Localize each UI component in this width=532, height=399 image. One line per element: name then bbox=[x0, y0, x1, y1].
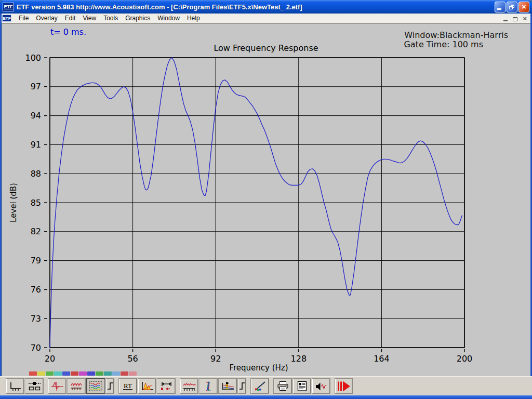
y-tick-label: 85 bbox=[31, 198, 41, 208]
palette-swatch bbox=[96, 371, 103, 376]
step-response-button[interactable] bbox=[105, 378, 114, 394]
mdi-restore-icon[interactable] bbox=[513, 17, 517, 21]
display-options-button[interactable] bbox=[25, 378, 44, 394]
low-frequency-response-button[interactable] bbox=[86, 378, 105, 394]
y-axis-label: Level (dB) bbox=[9, 183, 18, 222]
palette-swatch bbox=[104, 371, 112, 376]
menu-item-window[interactable]: Window bbox=[154, 14, 183, 22]
menu-item-overlay[interactable]: Overlay bbox=[33, 14, 60, 22]
gate-arrows-icon bbox=[157, 379, 175, 393]
palette-swatch bbox=[46, 371, 54, 376]
toolbar-separator bbox=[270, 377, 273, 395]
time-cursor-label: t= 0 ms. bbox=[50, 27, 86, 37]
phase-response-button[interactable] bbox=[199, 378, 218, 394]
app-icon[interactable]: ETF bbox=[3, 3, 14, 11]
y-tick-label: 91 bbox=[31, 140, 41, 150]
palette-swatch bbox=[71, 371, 78, 376]
toolbar-separator bbox=[176, 377, 180, 395]
axes-view-button[interactable] bbox=[6, 378, 24, 394]
palette-swatch bbox=[112, 371, 120, 376]
palette-swatch bbox=[29, 371, 37, 376]
gate-time-label: Gate Time: 100 ms bbox=[404, 39, 483, 49]
y-tick-label: 97 bbox=[31, 82, 41, 91]
palette-swatch bbox=[121, 371, 128, 376]
window-controls: × bbox=[495, 2, 529, 12]
palette-swatch bbox=[62, 371, 70, 376]
y-tick-label: 88 bbox=[31, 169, 41, 179]
graph-settings-button[interactable] bbox=[250, 378, 269, 394]
y-tick-label: 82 bbox=[31, 227, 41, 236]
x-tick-label: 164 bbox=[374, 354, 390, 364]
step-corner-icon bbox=[238, 379, 246, 393]
energy-decay-button[interactable] bbox=[138, 378, 156, 394]
printer-icon bbox=[274, 379, 291, 393]
notes-button[interactable] bbox=[292, 378, 311, 394]
chart-client-area: 20569212816420070737679828588919497100Lo… bbox=[2, 23, 530, 376]
signal-audio-button[interactable] bbox=[312, 378, 330, 394]
palette-swatch bbox=[79, 371, 87, 376]
impulse-response-button[interactable] bbox=[48, 378, 66, 394]
mdi-minimize-icon[interactable] bbox=[503, 20, 508, 21]
window-title: ETF version 5.983 http://www.Acoustisoft… bbox=[17, 3, 491, 11]
restore-button[interactable] bbox=[507, 2, 517, 12]
rt-text-icon: RT bbox=[123, 382, 132, 390]
step-corner-icon bbox=[106, 379, 114, 393]
x-axis-label: Frequency (Hz) bbox=[229, 363, 288, 373]
phase-waves-icon bbox=[200, 379, 217, 393]
gate-time-button[interactable] bbox=[157, 378, 176, 394]
distortion-button[interactable] bbox=[218, 378, 237, 394]
noisy-line-icon bbox=[180, 379, 198, 393]
menu-item-tools[interactable]: Tools bbox=[100, 14, 121, 22]
toolbar-separator bbox=[247, 377, 250, 395]
palette-swatch bbox=[87, 371, 95, 376]
impulse-icon bbox=[48, 379, 66, 393]
window-function-label: Window:Blackman-Harris bbox=[404, 30, 508, 40]
y-tick-label: 70 bbox=[31, 343, 41, 353]
palette-swatch bbox=[37, 371, 45, 376]
close-button[interactable]: × bbox=[518, 2, 529, 12]
title-bar: ETF ETF version 5.983 http://www.Acousti… bbox=[0, 0, 532, 14]
menu-item-edit[interactable]: Edit bbox=[62, 14, 79, 22]
run-measurement-button[interactable] bbox=[335, 378, 353, 394]
mdi-close-icon[interactable]: × bbox=[523, 15, 527, 22]
toolbar-separator bbox=[115, 377, 118, 395]
multi-waves-icon bbox=[87, 379, 104, 393]
close-icon: × bbox=[522, 3, 526, 10]
play-icon bbox=[335, 379, 352, 393]
reverb-time-button[interactable]: RT bbox=[118, 378, 137, 394]
x-tick-label: 56 bbox=[127, 354, 138, 364]
x-tick-label: 200 bbox=[457, 354, 473, 364]
menu-bar: ETF FileOverlayEditViewToolsGraphicsWind… bbox=[0, 14, 532, 23]
frequency-response-button[interactable] bbox=[67, 378, 86, 394]
distortion-icon bbox=[219, 379, 236, 393]
sliders-icon bbox=[25, 379, 43, 393]
y-tick-label: 100 bbox=[25, 53, 41, 63]
document-icon-menu[interactable]: ETF bbox=[2, 15, 11, 22]
y-tick-label: 73 bbox=[31, 314, 41, 324]
speaker-wave-icon bbox=[312, 379, 330, 393]
y-tick-label: 79 bbox=[31, 256, 41, 265]
minimize-icon bbox=[497, 8, 501, 10]
minimize-button[interactable] bbox=[495, 2, 506, 12]
axes-icon bbox=[6, 379, 24, 393]
print-button[interactable] bbox=[273, 378, 292, 394]
app-window: ETF ETF version 5.983 http://www.Acousti… bbox=[0, 0, 532, 399]
mdi-window-controls: × bbox=[503, 15, 527, 22]
periodic-waves-icon bbox=[68, 379, 85, 393]
toolbar-separator bbox=[44, 377, 48, 395]
y-tick-label: 76 bbox=[31, 285, 41, 295]
menu-item-help[interactable]: Help bbox=[184, 14, 203, 22]
menu-items: FileOverlayEditViewToolsGraphicsWindowHe… bbox=[16, 14, 204, 22]
smoothed-response-button[interactable] bbox=[180, 378, 198, 394]
menu-item-view[interactable]: View bbox=[79, 14, 99, 22]
chart-title: Low Frequency Response bbox=[214, 43, 318, 53]
x-tick-label: 20 bbox=[45, 354, 55, 364]
document-icon bbox=[293, 379, 311, 393]
x-tick-label: 128 bbox=[291, 354, 307, 364]
step-response-alt-button[interactable] bbox=[237, 378, 246, 394]
low-frequency-response-chart[interactable]: 20569212816420070737679828588919497100Lo… bbox=[3, 24, 529, 377]
y-tick-label: 94 bbox=[31, 111, 41, 121]
menu-item-graphics[interactable]: Graphics bbox=[122, 14, 153, 22]
x-tick-label: 92 bbox=[210, 354, 221, 364]
menu-item-file[interactable]: File bbox=[16, 14, 32, 22]
